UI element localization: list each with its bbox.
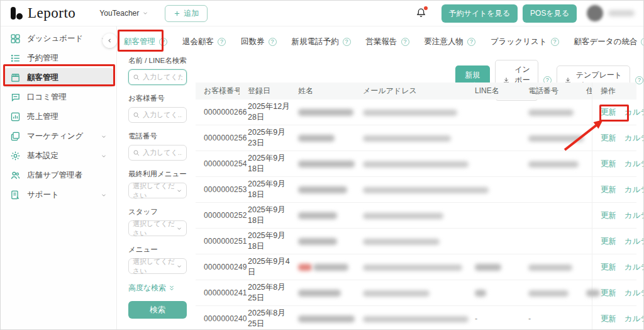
logo-mark-icon <box>9 6 23 21</box>
tab-0[interactable]: 顧客管理? <box>124 37 167 47</box>
update-link[interactable]: 更新 <box>601 262 616 273</box>
cell-registered-date: 2025年9月4日 <box>240 256 290 278</box>
cell-address <box>578 288 592 297</box>
sidebar-item-3[interactable]: 口コミ管理 <box>3 88 114 107</box>
update-link[interactable]: 更新 <box>601 288 616 299</box>
column-header-6: 住所 <box>578 86 592 96</box>
tab-help-icon[interactable]: ? <box>401 38 409 46</box>
filter-select[interactable]: 選択してください <box>128 220 187 236</box>
sidebar-item-8[interactable]: サポート <box>3 185 114 205</box>
update-link[interactable]: 更新 <box>601 133 616 144</box>
cell-registered-date: 2025年9月18日 <box>240 230 290 252</box>
karte-link[interactable]: カルテ <box>625 159 644 169</box>
blurred-value <box>363 239 440 245</box>
karte-link[interactable]: カルテ <box>625 236 644 247</box>
cell-registered-date: 2025年9月18日 <box>240 205 290 226</box>
chevron-down-icon <box>101 153 107 159</box>
filter-search-input[interactable]: 入力してく... <box>128 145 187 161</box>
tab-label: 新規電話予約 <box>292 37 339 47</box>
update-link[interactable]: 更新 <box>601 314 616 324</box>
advanced-search-label: 高度な検索 <box>128 283 166 293</box>
filter-select[interactable]: 選択してください <box>128 258 187 274</box>
update-link[interactable]: 更新 <box>601 185 616 195</box>
tab-help-icon[interactable]: ? <box>159 38 167 46</box>
sidebar-item-0[interactable]: ダッシュボード <box>3 29 114 48</box>
cell-phone: - <box>520 314 578 323</box>
tab-help-icon[interactable]: ? <box>467 38 475 46</box>
karte-link[interactable]: カルテ <box>625 185 644 195</box>
filter-select[interactable]: 選択してください <box>128 183 187 198</box>
tab-help-icon[interactable]: ? <box>343 38 351 46</box>
column-header-3: メールアドレス <box>355 86 467 96</box>
sidebar-item-7[interactable]: 店舗サブ管理者 <box>3 166 114 185</box>
chevron-down-icon <box>142 10 148 16</box>
cell-actions: 更新カルテ <box>592 100 644 125</box>
update-link[interactable]: 更新 <box>601 107 616 118</box>
tab-help-icon[interactable]: ? <box>551 38 559 46</box>
update-link[interactable]: 更新 <box>601 159 616 169</box>
app-logo: Leporto <box>9 5 75 21</box>
cell-name <box>290 238 355 245</box>
tab-7[interactable]: 顧客データの統合? <box>574 37 644 47</box>
tab-5[interactable]: 要注意人物? <box>425 37 476 47</box>
tab-2[interactable]: 回数券? <box>241 37 277 47</box>
filter-group-1: お客様番号入力してく... <box>128 94 187 123</box>
sidebar-item-label: 店舗サブ管理者 <box>27 170 107 181</box>
sidebar-item-6[interactable]: 基本設定 <box>3 146 114 166</box>
notification-bell-icon[interactable] <box>415 7 428 20</box>
filter-search-input[interactable]: 入力してくだ... <box>128 69 187 85</box>
search-button[interactable]: 検索 <box>128 301 187 319</box>
blurred-value <box>528 161 579 168</box>
filter-panel: 名前 / LINE名検索入力してくだ...お客様番号入力してく...電話番号入力… <box>128 56 187 319</box>
cell-line-name <box>467 288 520 297</box>
org-selector[interactable]: YouTeacher <box>99 9 148 18</box>
cell-email <box>355 314 467 323</box>
karte-link[interactable]: カルテ <box>625 210 644 221</box>
table-row: 00000002522025年9月18日更新カルテ <box>196 203 636 229</box>
karte-link[interactable]: カルテ <box>625 107 644 118</box>
blurred-value <box>298 264 312 271</box>
update-link[interactable]: 更新 <box>601 236 616 247</box>
sidebar-item-4[interactable]: 売上管理 <box>3 107 114 127</box>
table-row: 00000002662025年12月28日更新カルテ <box>196 100 636 125</box>
list-icon <box>10 53 21 64</box>
cell-phone <box>520 108 578 117</box>
dashboard-icon <box>10 33 21 44</box>
cell-email <box>355 159 467 168</box>
tab-help-icon[interactable]: ? <box>641 38 644 46</box>
add-button[interactable]: 追加 <box>165 5 208 22</box>
sidebar-item-1[interactable]: 予約管理 <box>3 48 114 68</box>
tab-6[interactable]: ブラックリスト? <box>491 37 559 47</box>
view-pos-button[interactable]: POSを見る <box>523 4 577 23</box>
tab-4[interactable]: 営業報告? <box>366 37 409 47</box>
avatar[interactable] <box>587 5 603 21</box>
cell-email <box>355 211 467 220</box>
cell-email <box>355 185 467 194</box>
karte-link[interactable]: カルテ <box>625 288 644 299</box>
tab-label: 回数券 <box>241 37 265 47</box>
tab-help-icon[interactable]: ? <box>269 38 277 46</box>
view-booking-site-button[interactable]: 予約サイトを見る <box>441 4 518 23</box>
sidebar-collapse-button[interactable] <box>103 33 117 48</box>
tab-1[interactable]: 退会顧客? <box>182 37 226 47</box>
cell-phone <box>520 134 578 142</box>
cell-line-name: - <box>467 314 520 323</box>
karte-link[interactable]: カルテ <box>625 262 644 273</box>
advanced-search-link[interactable]: 高度な検索 <box>128 283 187 293</box>
blurred-value <box>528 265 572 271</box>
sidebar-item-5[interactable]: マーケティング <box>3 127 114 146</box>
filter-group-5: メニュー選択してください <box>128 245 187 274</box>
tab-help-icon[interactable]: ? <box>218 38 226 46</box>
logo-text: Leporto <box>28 5 75 21</box>
blurred-value <box>298 316 355 322</box>
table-row: 00000002402025年8月25日--更新カルテ <box>196 306 636 330</box>
filter-search-input[interactable]: 入力してく... <box>128 107 187 123</box>
cell-actions: 更新カルテ <box>592 125 644 151</box>
tab-3[interactable]: 新規電話予約? <box>292 37 351 47</box>
search-icon <box>133 149 140 157</box>
update-link[interactable]: 更新 <box>601 210 616 221</box>
sidebar-item-2[interactable]: 顧客管理 <box>3 68 114 88</box>
karte-link[interactable]: カルテ <box>625 133 644 144</box>
karte-link[interactable]: カルテ <box>625 314 644 324</box>
tab-label: ブラックリスト <box>491 37 547 47</box>
